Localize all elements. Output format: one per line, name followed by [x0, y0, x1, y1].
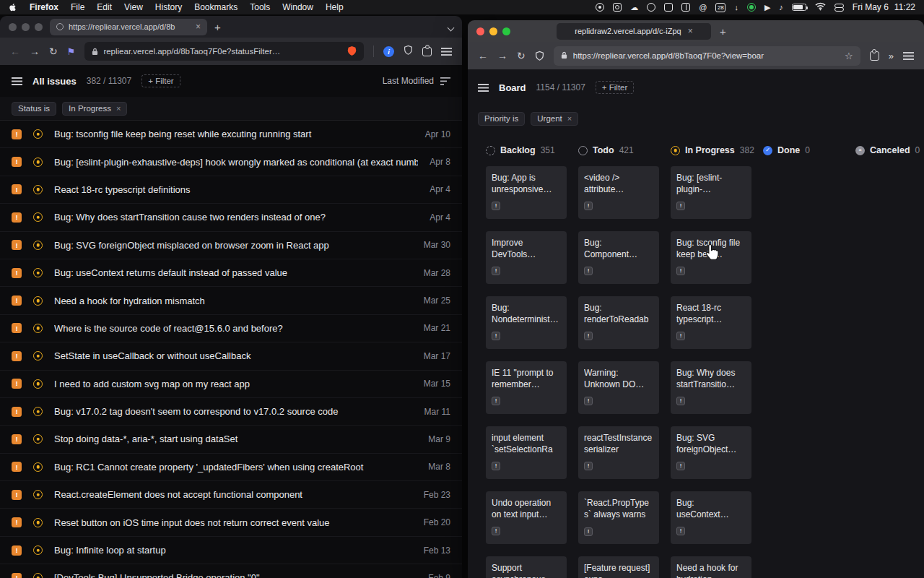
- issue-card[interactable]: <video /> attribute… !: [578, 166, 659, 219]
- filter-field-chip[interactable]: Priority is: [478, 112, 525, 126]
- issue-row[interactable]: ! Bug: [eslint-plugin-exhaustive-deps] h…: [0, 148, 462, 176]
- volume-icon[interactable]: ♪: [779, 4, 783, 12]
- info-icon[interactable]: i: [383, 46, 394, 57]
- menu-icon[interactable]: [903, 51, 914, 60]
- address-bar[interactable]: https://repliear.vercel.app/d/8bTaoq7F0e…: [554, 46, 860, 66]
- issue-row[interactable]: ! Stop doing data-*, aria-*, start using…: [0, 426, 462, 453]
- issue-row[interactable]: ! Reset button on iOS time input does no…: [0, 509, 462, 536]
- issue-card[interactable]: `React.PropTypes` always warns ab… !: [578, 491, 659, 544]
- zoom-window-button[interactable]: [35, 23, 43, 31]
- close-window-button[interactable]: [476, 27, 484, 35]
- tab-close-icon[interactable]: ×: [688, 26, 693, 36]
- menu-window[interactable]: Window: [282, 2, 313, 12]
- download-icon[interactable]: ↓: [734, 4, 738, 12]
- tab-list-chevron-icon[interactable]: [448, 20, 453, 33]
- docker-icon[interactable]: [664, 3, 673, 12]
- reload-icon[interactable]: ↻: [517, 51, 526, 61]
- extensions-icon[interactable]: [422, 47, 432, 56]
- issue-card[interactable]: Bug: SVG foreignObject… !: [671, 426, 751, 479]
- window-controls[interactable]: [9, 23, 43, 31]
- issue-card[interactable]: Warning: Unknown DO… !: [578, 361, 659, 414]
- close-window-button[interactable]: [9, 23, 17, 31]
- issue-row[interactable]: ! SetState in useCallback or without use…: [0, 342, 462, 370]
- filter-field-chip[interactable]: Status is: [12, 102, 56, 116]
- issue-card[interactable]: Undo operation on text input… !: [486, 491, 567, 544]
- issue-card[interactable]: IE 11 "prompt to remember… !: [486, 361, 567, 414]
- issue-row[interactable]: ! Bug: Infinite loop at startup Feb 13: [0, 537, 462, 564]
- issue-card[interactable]: [Feature request] expo… !: [578, 556, 659, 578]
- new-tab-button[interactable]: +: [720, 26, 726, 37]
- issue-card[interactable]: Bug: tsconfig file keep bein… !: [671, 231, 751, 284]
- bookmark-flag-icon[interactable]: ⚑: [67, 46, 76, 57]
- tracking-protection-shield-icon[interactable]: [535, 51, 544, 61]
- issue-row[interactable]: ! Bug: v17.0.2 tag doesn't seem to corre…: [0, 398, 462, 426]
- overflow-chevrons-icon[interactable]: »: [889, 51, 894, 61]
- new-tab-button[interactable]: +: [214, 22, 221, 33]
- sort-icon[interactable]: [440, 77, 450, 85]
- screen-record-icon[interactable]: [596, 3, 604, 12]
- tab-close-icon[interactable]: ×: [196, 22, 201, 32]
- issue-card[interactable]: Improve DevTools… !: [486, 231, 567, 284]
- browser-tab[interactable]: replidraw2.vercel.app/d/c-iZpq ×: [557, 23, 711, 40]
- issue-card[interactable]: Bug: renderToReadab !: [578, 296, 659, 349]
- back-icon[interactable]: ←: [10, 46, 20, 56]
- display-icon[interactable]: [681, 3, 690, 12]
- issue-row[interactable]: ! Where is the source code of react@15.6…: [0, 315, 462, 342]
- beverage-icon[interactable]: [647, 3, 655, 12]
- issue-card[interactable]: Bug: useContext… !: [671, 491, 751, 544]
- battery-icon[interactable]: [792, 4, 806, 11]
- minimize-window-button[interactable]: [489, 27, 497, 35]
- issue-row[interactable]: ! Bug: RC1 Cannot create property '_upda…: [0, 454, 462, 481]
- issue-card[interactable]: Bug: App is unresponsive… !: [486, 166, 567, 219]
- issue-card[interactable]: Bug: [eslint-plugin-… !: [671, 166, 751, 219]
- menu-history[interactable]: History: [155, 2, 182, 12]
- issue-card[interactable]: input element `setSelectionRa !: [486, 426, 567, 479]
- play-icon[interactable]: ▶: [764, 4, 770, 12]
- sidebar-toggle-icon[interactable]: [478, 83, 489, 92]
- menu-file[interactable]: File: [71, 2, 84, 12]
- menu-view[interactable]: View: [124, 2, 143, 12]
- menu-bookmarks[interactable]: Bookmarks: [194, 2, 237, 12]
- brave-shield-icon[interactable]: [347, 46, 357, 58]
- issue-card[interactable]: React 18-rc typescript… !: [671, 296, 751, 349]
- add-filter-button[interactable]: + Filter: [596, 81, 634, 94]
- remove-filter-icon[interactable]: ×: [116, 104, 121, 113]
- issue-row[interactable]: ! Bug: useContext returns default instea…: [0, 259, 462, 287]
- sort-label[interactable]: Last Modified: [383, 76, 434, 86]
- camera-icon[interactable]: [613, 3, 622, 12]
- issue-row[interactable]: ! Bug: tsconfig file keep being reset wh…: [0, 121, 462, 148]
- issue-row[interactable]: ! Bug: SVG foreignObject misplaced on br…: [0, 232, 462, 259]
- forward-icon[interactable]: →: [497, 51, 507, 61]
- filter-value-chip[interactable]: In Progress ×: [62, 102, 127, 116]
- calendar-date-icon[interactable]: 28: [715, 3, 725, 12]
- status-dot-icon[interactable]: [747, 3, 756, 12]
- menu-tools[interactable]: Tools: [250, 2, 270, 12]
- zoom-window-button[interactable]: [502, 27, 510, 35]
- remove-filter-icon[interactable]: ×: [567, 114, 572, 123]
- issue-card[interactable]: Support asynchronous… !: [486, 556, 567, 578]
- menu-icon[interactable]: [441, 47, 452, 56]
- menubar-app-name[interactable]: Firefox: [30, 2, 58, 12]
- issue-card[interactable]: Bug: Nondeterminist… !: [486, 296, 567, 349]
- issue-row[interactable]: ! Bug: Why does startTransition cause tw…: [0, 204, 462, 231]
- add-filter-button[interactable]: + Filter: [141, 74, 180, 87]
- privacy-shield-icon[interactable]: [404, 45, 413, 59]
- browser-tab[interactable]: https://repliear.vercel.app/d/8b ×: [50, 19, 207, 35]
- forward-icon[interactable]: →: [30, 46, 40, 56]
- issue-row[interactable]: ! React.createElement does not accept fu…: [0, 481, 462, 509]
- extensions-icon[interactable]: [870, 51, 879, 61]
- menu-edit[interactable]: Edit: [97, 2, 112, 12]
- wifi-icon[interactable]: [815, 2, 826, 13]
- issue-row[interactable]: ! Need a hook for hydration mismatch Mar…: [0, 287, 462, 314]
- control-center-icon[interactable]: [834, 4, 844, 12]
- menu-help[interactable]: Help: [326, 2, 344, 12]
- at-icon[interactable]: @: [699, 4, 707, 12]
- issue-card[interactable]: Bug: Why does startTransitio… !: [671, 361, 751, 414]
- issue-card[interactable]: reactTestInstance serializer !: [578, 426, 659, 479]
- issue-row[interactable]: ! [DevTools Bug] Unsupported Bridge oper…: [0, 564, 462, 578]
- issue-card[interactable]: Bug: Component… !: [578, 231, 659, 284]
- back-icon[interactable]: ←: [478, 51, 488, 61]
- address-bar[interactable]: repliear.vercel.app/d/8bTaoq7F0e?statusF…: [84, 42, 364, 61]
- window-controls[interactable]: [476, 27, 510, 35]
- reload-icon[interactable]: ↻: [49, 46, 58, 56]
